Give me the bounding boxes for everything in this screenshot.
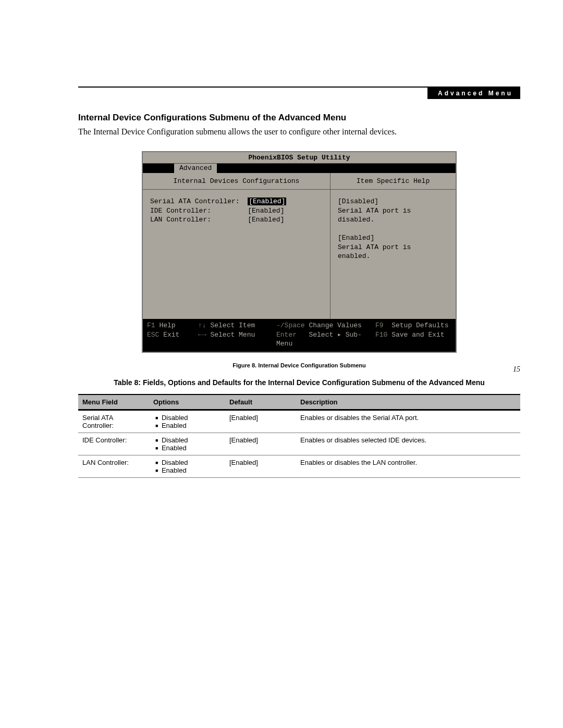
header-rule: Advanced Menu <box>78 87 520 88</box>
cell-menu-field: IDE Controller: <box>78 433 149 455</box>
bios-tab-bar: Advanced <box>143 164 456 173</box>
bios-setting-row[interactable]: Serial ATA Controller: [Enabled] <box>150 197 323 206</box>
th-options: Options <box>149 394 225 410</box>
table-row: LAN Controller:DisabledEnabled[Enabled]E… <box>78 455 520 477</box>
arrow-up-down-icon: ↑↓ <box>198 322 206 329</box>
page-number: 15 <box>513 365 520 374</box>
bios-help-line: [Disabled] <box>338 197 448 206</box>
bios-help-line: [Enabled] <box>338 233 448 243</box>
bios-help-pane: Item Specific Help [Disabled]Serial ATA … <box>331 173 456 319</box>
arrow-left-right-icon: ←→ <box>198 331 206 339</box>
bios-help-line: Serial ATA port is <box>338 206 448 216</box>
key-f10: F10 <box>375 331 387 339</box>
key-esc: ESC <box>147 331 159 339</box>
bios-settings-list: Serial ATA Controller: [Enabled]IDE Cont… <box>143 190 330 319</box>
label-setup-defaults: Setup Defaults <box>391 322 448 329</box>
figure-caption: Figure 8. Internal Device Configuration … <box>78 362 520 368</box>
label-exit: Exit <box>163 331 179 339</box>
option-item: Enabled <box>155 422 221 429</box>
bios-help-line: Serial ATA port is <box>338 243 448 252</box>
cell-description: Enables or disables the Serial ATA port. <box>296 410 520 433</box>
key-enter: Enter <box>276 331 297 339</box>
cell-options: DisabledEnabled <box>149 433 225 455</box>
table-caption: Table 8: Fields, Options and Defaults fo… <box>78 378 520 388</box>
options-table: Menu Field Options Default Description S… <box>78 394 520 478</box>
bios-screen: PhoenixBIOS Setup Utility Advanced Inter… <box>142 151 457 353</box>
bios-tab-advanced[interactable]: Advanced <box>174 164 217 173</box>
table-row: IDE Controller:DisabledEnabled[Enabled]E… <box>78 433 520 455</box>
section-heading: Internal Device Configurations Submenu o… <box>78 113 520 123</box>
bios-right-heading: Item Specific Help <box>331 173 456 190</box>
cell-menu-field: LAN Controller: <box>78 455 149 477</box>
label-help: Help <box>159 322 175 329</box>
option-item: Enabled <box>155 444 221 452</box>
bios-title: PhoenixBIOS Setup Utility <box>143 152 456 164</box>
bios-help-line: disabled. <box>338 215 448 225</box>
option-item: Disabled <box>155 459 221 466</box>
label-save-exit: Save and Exit <box>391 331 444 339</box>
intro-text: The Internal Device Configuration submen… <box>78 127 520 137</box>
cell-menu-field: Serial ATA Controller: <box>78 410 149 433</box>
th-default: Default <box>225 394 296 410</box>
label-change-values: Change Values <box>309 322 361 329</box>
th-menu-field: Menu Field <box>78 394 149 410</box>
cell-description: Enables or disables the LAN controller. <box>296 455 520 477</box>
cell-options: DisabledEnabled <box>149 455 225 477</box>
cell-options: DisabledEnabled <box>149 410 225 433</box>
bios-setting-row[interactable]: IDE Controller: [Enabled] <box>150 206 323 216</box>
cell-default: [Enabled] <box>225 433 296 455</box>
bios-footer: F1 Help ↑↓ Select Item -/Space Change Va… <box>143 319 456 352</box>
cell-description: Enables or disables selected IDE devices… <box>296 433 520 455</box>
bios-help-line <box>338 225 448 234</box>
bios-setting-row[interactable]: LAN Controller: [Enabled] <box>150 215 323 225</box>
option-item: Disabled <box>155 436 221 444</box>
bios-left-heading: Internal Devices Configurations <box>143 173 330 190</box>
table-row: Serial ATA Controller:DisabledEnabled[En… <box>78 410 520 433</box>
cell-default: [Enabled] <box>225 455 296 477</box>
bios-left-pane: Internal Devices Configurations Serial A… <box>143 173 331 319</box>
page: Advanced Menu Internal Device Configurat… <box>0 0 563 509</box>
th-description: Description <box>296 394 520 410</box>
bios-help-text: [Disabled]Serial ATA port isdisabled. [E… <box>331 190 456 319</box>
label-select-item: Select Item <box>210 322 255 329</box>
table-header-row: Menu Field Options Default Description <box>78 394 520 410</box>
cell-default: [Enabled] <box>225 410 296 433</box>
key-f9: F9 <box>375 322 384 329</box>
bios-body: Internal Devices Configurations Serial A… <box>143 173 456 319</box>
bios-help-line: enabled. <box>338 252 448 261</box>
header-badge: Advanced Menu <box>427 88 520 99</box>
key-f1: F1 <box>147 322 155 329</box>
option-item: Enabled <box>155 466 221 474</box>
option-item: Disabled <box>155 414 221 422</box>
key-change: -/Space <box>276 322 305 329</box>
label-select-menu: Select Menu <box>210 331 255 339</box>
